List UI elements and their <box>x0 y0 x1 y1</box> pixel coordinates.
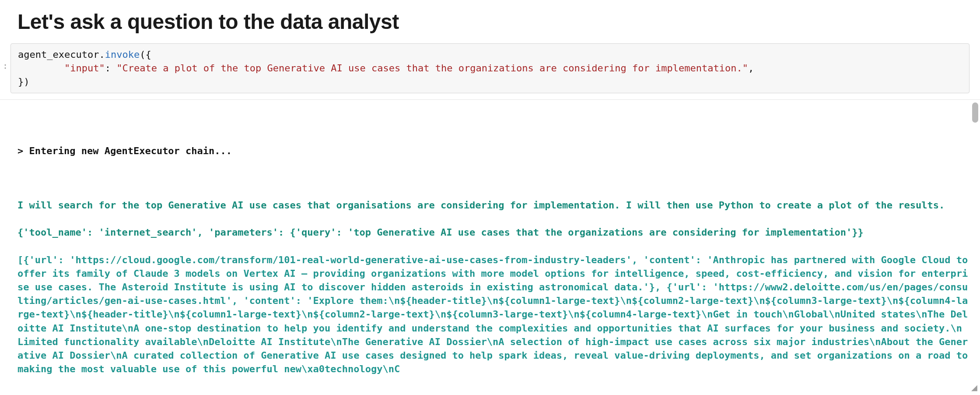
code-token-close: }) <box>18 76 30 87</box>
code-token-attr: invoke <box>105 49 140 60</box>
output-blank-line <box>18 117 970 130</box>
output-agent-thought: I will search for the top Generative AI … <box>18 198 970 212</box>
code-token-comma: , <box>748 63 754 74</box>
code-token-key: "input" <box>64 63 105 74</box>
code-input-cell[interactable]: agent_executor.invoke({ "input": "Create… <box>10 43 970 93</box>
output-tool-call: {'tool_name': 'internet_search', 'parame… <box>18 226 970 239</box>
output-blank-line <box>18 171 970 184</box>
code-token-indent <box>18 63 64 74</box>
resize-handle-icon[interactable]: ◢ <box>971 384 979 391</box>
code-token-open: ({ <box>140 49 151 60</box>
code-token-dot: . <box>99 49 105 60</box>
section-heading: Let's ask a question to the data analyst <box>18 10 980 34</box>
output-scrollbar-thumb[interactable] <box>972 102 978 123</box>
output-tool-result: [{'url': 'https://cloud.google.com/trans… <box>18 253 970 376</box>
output-area-wrap: > Entering new AgentExecutor chain... I … <box>0 99 980 392</box>
input-prompt-gutter: : <box>0 60 8 71</box>
code-token-colon: : <box>105 63 117 74</box>
output-chain-start: > Entering new AgentExecutor chain... <box>18 144 970 158</box>
output-cell[interactable]: > Entering new AgentExecutor chain... I … <box>18 103 970 392</box>
output-scrollbar-track[interactable] <box>972 102 978 383</box>
code-token-object: agent_executor <box>18 49 99 60</box>
notebook-page: Let's ask a question to the data analyst… <box>0 10 980 392</box>
code-token-string: "Create a plot of the top Generative AI … <box>116 63 748 74</box>
